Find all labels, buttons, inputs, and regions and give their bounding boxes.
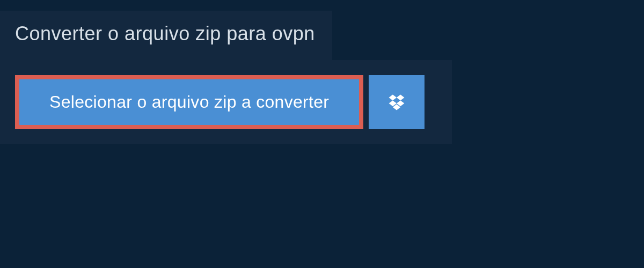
page-title: Converter o arquivo zip para ovpn <box>15 23 315 45</box>
dropbox-icon <box>387 93 406 112</box>
select-file-label: Selecionar o arquivo zip a converter <box>49 92 329 112</box>
button-panel: Selecionar o arquivo zip a converter <box>0 60 452 144</box>
dropbox-button[interactable] <box>369 75 425 129</box>
header-tab: Converter o arquivo zip para ovpn <box>0 11 332 60</box>
select-file-button[interactable]: Selecionar o arquivo zip a converter <box>15 75 363 129</box>
button-row: Selecionar o arquivo zip a converter <box>15 75 437 129</box>
